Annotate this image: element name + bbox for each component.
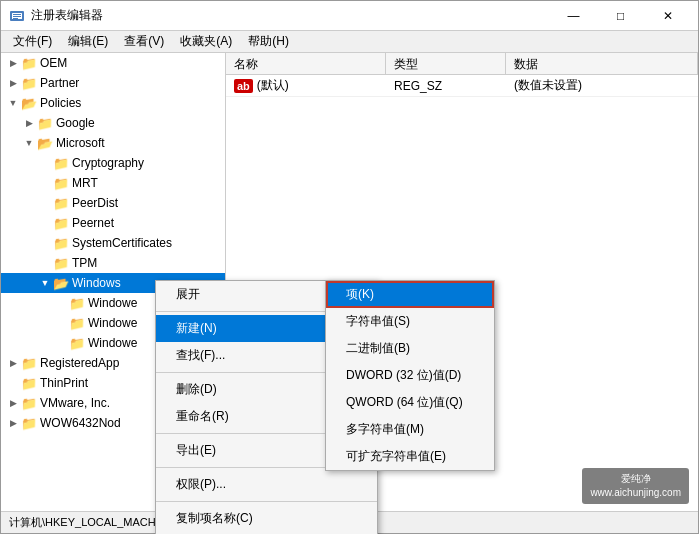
submenu-binary[interactable]: 二进制值(B) <box>326 335 494 362</box>
tree-item-peerdist[interactable]: ▶ 📁 PeerDist <box>1 193 225 213</box>
col-header-type: 类型 <box>386 53 506 74</box>
folder-icon-wow6432: 📁 <box>21 415 37 431</box>
col-header-data: 数据 <box>506 53 698 74</box>
label-google: Google <box>56 116 95 130</box>
tree-item-mrt[interactable]: ▶ 📁 MRT <box>1 173 225 193</box>
svg-rect-3 <box>13 16 21 17</box>
submenu-key-label: 项(K) <box>346 287 374 301</box>
submenu-multistring[interactable]: 多字符串值(M) <box>326 416 494 443</box>
label-cryptography: Cryptography <box>72 156 144 170</box>
folder-icon-thinprint: 📁 <box>21 375 37 391</box>
folder-icon-systemcerts: 📁 <box>53 235 69 251</box>
svg-rect-4 <box>13 18 18 19</box>
toggle-oem[interactable]: ▶ <box>5 53 21 73</box>
folder-icon-vmware: 📁 <box>21 395 37 411</box>
label-systemcerts: SystemCertificates <box>72 236 172 250</box>
submenu-key[interactable]: 项(K) <box>326 281 494 308</box>
ctx-find-label: 查找(F)... <box>176 347 225 364</box>
toggle-vmware[interactable]: ▶ <box>5 393 21 413</box>
submenu-expandstring[interactable]: 可扩充字符串值(E) <box>326 443 494 470</box>
toggle-windows[interactable]: ▼ <box>37 273 53 293</box>
toggle-policies[interactable]: ▼ <box>5 93 21 113</box>
folder-icon-oem: 📁 <box>21 55 37 71</box>
watermark-line2: www.aichunjing.com <box>590 486 681 500</box>
ctx-export-label: 导出(E) <box>176 442 216 459</box>
svg-rect-2 <box>13 14 21 15</box>
toggle-registeredapp[interactable]: ▶ <box>5 353 21 373</box>
label-oem: OEM <box>40 56 67 70</box>
ctx-permissions[interactable]: 权限(P)... <box>156 471 377 498</box>
label-thinprint: ThinPrint <box>40 376 88 390</box>
tree-item-google[interactable]: ▶ 📁 Google <box>1 113 225 133</box>
ctx-rename-label: 重命名(R) <box>176 408 229 425</box>
title-controls: — □ ✕ <box>551 2 690 30</box>
maximize-button[interactable]: □ <box>598 2 643 30</box>
toggle-wow6432[interactable]: ▶ <box>5 413 21 433</box>
folder-icon-google: 📁 <box>37 115 53 131</box>
tree-item-cryptography[interactable]: ▶ 📁 Cryptography <box>1 153 225 173</box>
toggle-google[interactable]: ▶ <box>21 113 37 133</box>
ctx-sep-4 <box>156 501 377 502</box>
label-partner: Partner <box>40 76 79 90</box>
submenu-string[interactable]: 字符串值(S) <box>326 308 494 335</box>
label-vmware: VMware, Inc. <box>40 396 110 410</box>
app-icon <box>9 8 25 24</box>
toggle-partner[interactable]: ▶ <box>5 73 21 93</box>
ctx-new-label: 新建(N) <box>176 320 217 337</box>
submenu-qword[interactable]: QWORD (64 位)值(Q) <box>326 389 494 416</box>
folder-icon-microsoft: 📂 <box>37 135 53 151</box>
registry-row-default[interactable]: ab (默认) REG_SZ (数值未设置) <box>226 75 698 97</box>
tree-item-policies[interactable]: ▼ 📂 Policies <box>1 93 225 113</box>
label-policies: Policies <box>40 96 81 110</box>
tree-item-oem[interactable]: ▶ 📁 OEM <box>1 53 225 73</box>
watermark-line1: 爱纯净 <box>590 472 681 486</box>
minimize-button[interactable]: — <box>551 2 596 30</box>
reg-data-default: (数值未设置) <box>506 75 698 97</box>
ctx-expand-label: 展开 <box>176 286 200 303</box>
folder-icon-windows-sub3: 📁 <box>69 335 85 351</box>
reg-type-default: REG_SZ <box>386 76 506 96</box>
tree-item-tpm[interactable]: ▶ 📁 TPM <box>1 253 225 273</box>
tree-item-microsoft[interactable]: ▼ 📂 Microsoft <box>1 133 225 153</box>
watermark: 爱纯净 www.aichunjing.com <box>582 468 689 504</box>
submenu-expandstring-label: 可扩充字符串值(E) <box>346 449 446 463</box>
folder-icon-windows: 📂 <box>53 275 69 291</box>
label-registeredapp: RegisteredApp <box>40 356 119 370</box>
submenu-binary-label: 二进制值(B) <box>346 341 410 355</box>
label-wow6432: WOW6432Nod <box>40 416 121 430</box>
column-headers: 名称 类型 数据 <box>226 53 698 75</box>
folder-icon-tpm: 📁 <box>53 255 69 271</box>
tree-item-partner[interactable]: ▶ 📁 Partner <box>1 73 225 93</box>
submenu-string-label: 字符串值(S) <box>346 314 410 328</box>
col-header-name: 名称 <box>226 53 386 74</box>
ctx-copyname-label: 复制项名称(C) <box>176 510 253 527</box>
close-button[interactable]: ✕ <box>645 2 690 30</box>
folder-icon-windows-sub1: 📁 <box>69 295 85 311</box>
ctx-copyname[interactable]: 复制项名称(C) <box>156 505 377 532</box>
ctx-delete-label: 删除(D) <box>176 381 217 398</box>
menu-edit[interactable]: 编辑(E) <box>60 31 116 52</box>
menu-file[interactable]: 文件(F) <box>5 31 60 52</box>
submenu-dword[interactable]: DWORD (32 位)值(D) <box>326 362 494 389</box>
toggle-microsoft[interactable]: ▼ <box>21 133 37 153</box>
menu-help[interactable]: 帮助(H) <box>240 31 297 52</box>
label-tpm: TPM <box>72 256 97 270</box>
reg-label-default: (默认) <box>257 77 289 94</box>
folder-icon-partner: 📁 <box>21 75 37 91</box>
submenu-multistring-label: 多字符串值(M) <box>346 422 424 436</box>
menu-favorites[interactable]: 收藏夹(A) <box>172 31 240 52</box>
label-peerdist: PeerDist <box>72 196 118 210</box>
title-bar-left: 注册表编辑器 <box>9 7 103 24</box>
label-windows-sub2: Windowe <box>88 316 137 330</box>
folder-icon-mrt: 📁 <box>53 175 69 191</box>
reg-ab-badge: ab <box>234 79 253 93</box>
tree-item-peernet[interactable]: ▶ 📁 Peernet <box>1 213 225 233</box>
folder-icon-peernet: 📁 <box>53 215 69 231</box>
menu-bar: 文件(F) 编辑(E) 查看(V) 收藏夹(A) 帮助(H) <box>1 31 698 53</box>
submenu[interactable]: 项(K) 字符串值(S) 二进制值(B) DWORD (32 位)值(D) QW… <box>325 280 495 471</box>
tree-item-systemcerts[interactable]: ▶ 📁 SystemCertificates <box>1 233 225 253</box>
label-peernet: Peernet <box>72 216 114 230</box>
menu-view[interactable]: 查看(V) <box>116 31 172 52</box>
submenu-dword-label: DWORD (32 位)值(D) <box>346 368 461 382</box>
folder-icon-peerdist: 📁 <box>53 195 69 211</box>
